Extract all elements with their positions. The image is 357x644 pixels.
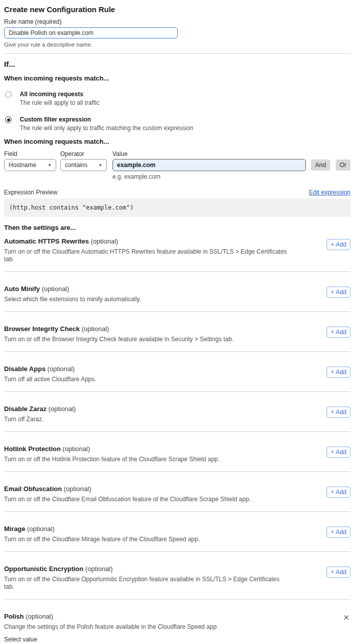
- setting-description: Turn off Zaraz.: [4, 416, 288, 423]
- operator-select[interactable]: contains ▼: [60, 159, 107, 171]
- setting-description: Turn on or off the Hotlink Protection fe…: [4, 456, 288, 463]
- operator-label: Operator: [60, 150, 107, 158]
- add-button[interactable]: + Add: [327, 527, 350, 538]
- incoming-requests-subheading: When incoming requests match...: [4, 74, 350, 83]
- setting-title: Email Obfuscation: [4, 485, 62, 493]
- value-input[interactable]: [112, 159, 306, 171]
- field-column: Field Hostname ▼: [4, 150, 56, 171]
- setting-description: Select which file extensions to minify a…: [4, 296, 288, 303]
- expression-preview-code: (http.host contains "example.com"): [4, 198, 350, 217]
- field-select-value: Hostname: [9, 162, 45, 169]
- edit-expression-link[interactable]: Edit expression: [309, 189, 350, 196]
- value-label: Value: [112, 150, 306, 158]
- setting-row-hotlink-protection: Hotlink Protection (optional) Turn on or…: [4, 432, 350, 472]
- optional-label: (optional): [26, 613, 53, 620]
- add-button[interactable]: + Add: [327, 447, 350, 458]
- setting-description: Change the settings of the Polish featur…: [4, 623, 288, 631]
- setting-title: Browser Integrity Check: [4, 325, 80, 333]
- optional-label: (optional): [42, 285, 69, 293]
- chevron-down-icon: ▼: [48, 163, 52, 168]
- add-button[interactable]: + Add: [327, 327, 350, 338]
- optional-label: (optional): [91, 237, 118, 245]
- optional-label: (optional): [63, 445, 90, 453]
- create-configuration-rule-form: Create new Configuration Rule Rule name …: [0, 0, 357, 644]
- if-heading: If...: [4, 60, 350, 69]
- expression-preview-row: Expression Preview Edit expression: [4, 189, 350, 196]
- optional-label: (optional): [85, 565, 112, 573]
- setting-row-disable-zaraz: Disable Zaraz (optional) Turn off Zaraz.…: [4, 392, 350, 432]
- expression-builder-row: Field Hostname ▼ Operator contains ▼ Val…: [4, 150, 350, 180]
- rule-name-input[interactable]: [4, 27, 178, 38]
- setting-row-email-obfuscation: Email Obfuscation (optional) Turn on or …: [4, 472, 350, 512]
- optional-label: (optional): [48, 405, 75, 413]
- add-button[interactable]: + Add: [327, 287, 350, 298]
- add-button[interactable]: + Add: [327, 239, 350, 250]
- radio-all-incoming-requests[interactable]: All incoming requests The rule will appl…: [4, 91, 350, 107]
- setting-row-browser-integrity-check: Browser Integrity Check (optional) Turn …: [4, 312, 350, 352]
- section-divider: [4, 53, 350, 54]
- setting-row-automatic-https-rewrites: Automatic HTTPS Rewrites (optional) Turn…: [4, 232, 350, 272]
- add-button[interactable]: + Add: [327, 487, 350, 498]
- setting-title: Disable Apps: [4, 365, 46, 373]
- optional-label: (optional): [27, 525, 55, 533]
- operator-column: Operator contains ▼: [60, 150, 107, 171]
- setting-description: Turn on or off the Cloudflare Email Obfu…: [4, 496, 288, 503]
- radio-label[interactable]: All incoming requests: [20, 91, 99, 98]
- or-button[interactable]: Or: [336, 159, 350, 171]
- radio-label[interactable]: Custom filter expression: [20, 116, 193, 124]
- rule-name-label: Rule name (required): [4, 18, 350, 25]
- setting-description: Turn on or off the Cloudflare Automatic …: [4, 248, 288, 263]
- value-column: Value e.g. example.com: [112, 150, 306, 180]
- settings-heading: Then the settings are...: [4, 224, 350, 232]
- radio-description: The rule will apply to all traffic: [20, 99, 99, 107]
- chevron-down-icon: ▼: [98, 163, 102, 168]
- rule-name-help: Give your rule a descriptive name.: [4, 41, 350, 48]
- add-button[interactable]: + Add: [327, 407, 350, 418]
- setting-row-auto-minify: Auto Minify (optional) Select which file…: [4, 272, 350, 312]
- setting-title: Mirage: [4, 525, 25, 533]
- close-icon[interactable]: ✕: [343, 614, 349, 621]
- setting-row-polish: Polish (optional) Change the settings of…: [4, 599, 350, 644]
- setting-row-mirage: Mirage (optional) Turn on or off the Clo…: [4, 512, 350, 552]
- setting-description: Turn on or off the Cloudflare Opportunis…: [4, 576, 288, 591]
- radio-unchecked-icon[interactable]: [5, 91, 12, 98]
- radio-custom-filter-expression[interactable]: Custom filter expression The rule will o…: [4, 116, 350, 132]
- setting-title: Automatic HTTPS Rewrites: [4, 237, 89, 245]
- setting-row-disable-apps: Disable Apps (optional) Turn off all act…: [4, 352, 350, 392]
- optional-label: (optional): [82, 325, 109, 333]
- add-button[interactable]: + Add: [327, 567, 350, 578]
- optional-label: (optional): [64, 485, 91, 493]
- setting-description: Turn on or off the Browser Integrity Che…: [4, 336, 288, 343]
- and-button[interactable]: And: [311, 159, 330, 171]
- setting-title: Hotlink Protection: [4, 445, 61, 453]
- field-select[interactable]: Hostname ▼: [4, 159, 56, 171]
- field-label: Field: [4, 150, 56, 158]
- radio-checked-icon[interactable]: [5, 116, 12, 123]
- setting-title: Disable Zaraz: [4, 405, 47, 413]
- operator-select-value: contains: [65, 162, 95, 169]
- setting-description: Turn on or off the Cloudflare Mirage fea…: [4, 536, 288, 543]
- value-hint: e.g. example.com: [112, 173, 306, 180]
- setting-title: Polish: [4, 613, 24, 620]
- setting-row-opportunistic-encryption: Opportunistic Encryption (optional) Turn…: [4, 552, 350, 599]
- radio-description: The rule will only apply to traffic matc…: [20, 125, 193, 132]
- expression-preview-label: Expression Preview: [4, 189, 57, 196]
- page-title: Create new Configuration Rule: [4, 5, 350, 14]
- add-button[interactable]: + Add: [327, 367, 350, 378]
- optional-label: (optional): [48, 365, 75, 373]
- setting-description: Turn off all active Cloudflare Apps.: [4, 376, 288, 383]
- expression-builder-heading: When incoming requests match...: [4, 138, 350, 146]
- select-value-label: Select value: [4, 636, 350, 643]
- setting-title: Opportunistic Encryption: [4, 565, 84, 573]
- setting-title: Auto Minify: [4, 285, 40, 293]
